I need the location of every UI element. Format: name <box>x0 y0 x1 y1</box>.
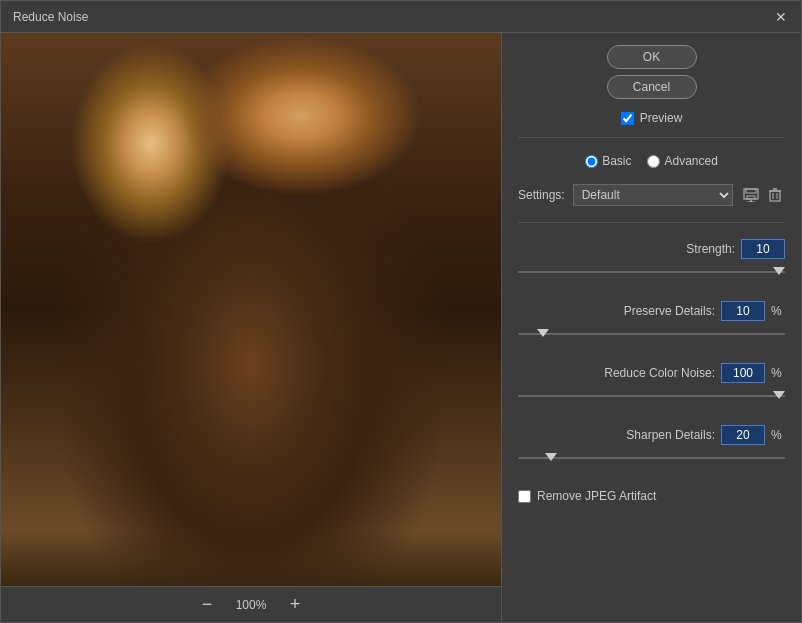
close-button[interactable]: ✕ <box>773 9 789 25</box>
preserve-details-input[interactable] <box>721 301 765 321</box>
sharpen-details-label: Sharpen Details: <box>518 428 715 442</box>
svg-rect-2 <box>747 196 755 199</box>
zoom-in-button[interactable]: + <box>283 593 307 617</box>
strength-group: Strength: <box>518 239 785 285</box>
settings-row: Settings: Default <box>518 184 785 206</box>
strength-label: Strength: <box>518 242 735 256</box>
settings-icons <box>741 185 785 205</box>
reduce-color-noise-thumb[interactable] <box>773 391 785 399</box>
sharpen-details-group: Sharpen Details: % <box>518 425 785 471</box>
dialog-title: Reduce Noise <box>13 10 88 24</box>
basic-mode-label[interactable]: Basic <box>585 154 631 168</box>
zoom-out-button[interactable]: − <box>195 593 219 617</box>
preserve-details-track <box>518 333 785 335</box>
reduce-color-noise-input[interactable] <box>721 363 765 383</box>
title-bar: Reduce Noise ✕ <box>1 1 801 33</box>
mode-row: Basic Advanced <box>518 154 785 168</box>
divider-1 <box>518 137 785 138</box>
jpeg-artifact-checkbox[interactable] <box>518 490 531 503</box>
basic-mode-text: Basic <box>602 154 631 168</box>
preview-area: − 100% + <box>1 33 501 622</box>
save-icon <box>743 188 759 202</box>
reduce-color-noise-fill <box>518 395 785 397</box>
svg-rect-5 <box>770 191 780 201</box>
sharpen-details-track <box>518 457 785 459</box>
reduce-color-noise-track <box>518 395 785 397</box>
divider-2 <box>518 222 785 223</box>
strength-slider[interactable] <box>518 263 785 279</box>
preserve-details-row: Preserve Details: % <box>518 301 785 321</box>
main-content: − 100% + OK Cancel Preview <box>1 33 801 622</box>
preview-checkbox[interactable] <box>621 112 634 125</box>
reduce-noise-dialog: Reduce Noise ✕ − 100% + OK Ca <box>0 0 802 623</box>
save-settings-button[interactable] <box>741 185 761 205</box>
sharpen-details-row: Sharpen Details: % <box>518 425 785 445</box>
jpeg-artifact-label[interactable]: Remove JPEG Artifact <box>537 489 656 503</box>
preserve-details-label: Preserve Details: <box>518 304 715 318</box>
preserve-details-thumb[interactable] <box>537 329 549 337</box>
action-buttons: OK Cancel <box>518 45 785 99</box>
sharpen-details-unit: % <box>771 428 785 442</box>
advanced-mode-label[interactable]: Advanced <box>647 154 717 168</box>
advanced-mode-text: Advanced <box>664 154 717 168</box>
right-panel: OK Cancel Preview Basic Advanced <box>501 33 801 622</box>
zoom-in-icon: + <box>290 594 301 615</box>
settings-label: Settings: <box>518 188 565 202</box>
settings-select[interactable]: Default <box>573 184 733 206</box>
preserve-details-unit: % <box>771 304 785 318</box>
reduce-color-noise-unit: % <box>771 366 785 380</box>
sharpen-details-slider[interactable] <box>518 449 785 465</box>
svg-rect-1 <box>746 189 756 193</box>
reduce-color-noise-label: Reduce Color Noise: <box>518 366 715 380</box>
strength-row: Strength: <box>518 239 785 259</box>
strength-thumb[interactable] <box>773 267 785 275</box>
preview-canvas <box>1 33 501 586</box>
reduce-color-noise-group: Reduce Color Noise: % <box>518 363 785 409</box>
preserve-details-slider[interactable] <box>518 325 785 341</box>
preserve-details-group: Preserve Details: % <box>518 301 785 347</box>
trash-icon <box>769 188 781 202</box>
preview-label[interactable]: Preview <box>640 111 683 125</box>
jpeg-artifact-row: Remove JPEG Artifact <box>518 489 785 503</box>
ok-button[interactable]: OK <box>607 45 697 69</box>
preview-check-row: Preview <box>518 111 785 125</box>
sharpen-details-input[interactable] <box>721 425 765 445</box>
reduce-color-noise-row: Reduce Color Noise: % <box>518 363 785 383</box>
zoom-level: 100% <box>231 598 271 612</box>
strength-fill <box>518 271 785 273</box>
strength-track <box>518 271 785 273</box>
advanced-radio[interactable] <box>647 155 660 168</box>
cancel-button[interactable]: Cancel <box>607 75 697 99</box>
reduce-color-noise-slider[interactable] <box>518 387 785 403</box>
delete-settings-button[interactable] <box>765 185 785 205</box>
preview-toolbar: − 100% + <box>1 586 501 622</box>
sharpen-details-thumb[interactable] <box>545 453 557 461</box>
preview-image <box>1 33 501 586</box>
strength-input[interactable] <box>741 239 785 259</box>
zoom-out-icon: − <box>202 594 213 615</box>
basic-radio[interactable] <box>585 155 598 168</box>
